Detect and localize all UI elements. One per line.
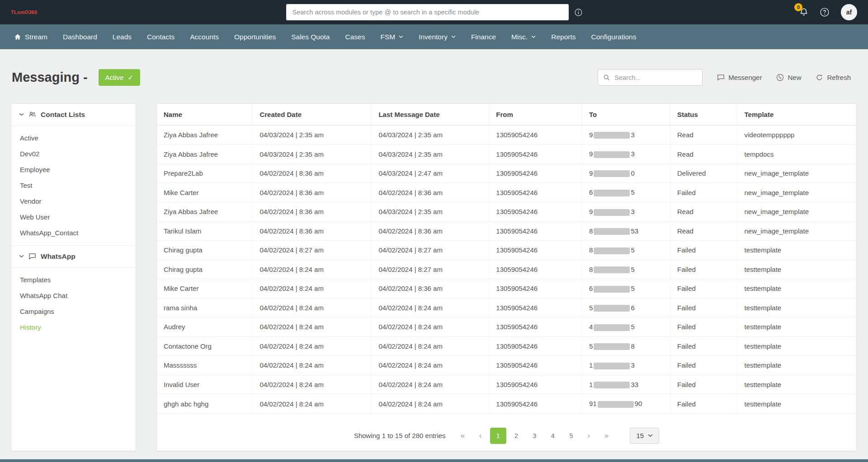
sidebar-section-title: WhatsApp (41, 252, 75, 261)
nav-item-misc[interactable]: Misc. (504, 24, 543, 49)
nav-item-configurations[interactable]: Configurations (584, 24, 644, 49)
cell-last-message-date: 04/02/2024 | 8:36 am (372, 183, 489, 202)
table-row[interactable]: Audrey 04/02/2024 | 8:24 am 04/02/2024 |… (157, 317, 856, 337)
nav-item-opportunities[interactable]: Opportunities (226, 24, 283, 49)
app-page: TLsmO365 0 af Stream Dashboard (0, 0, 868, 462)
sidebar-item-web-user[interactable]: Web User (11, 209, 136, 225)
table-row[interactable]: Chirag gupta 04/02/2024 | 8:27 am 04/02/… (157, 241, 856, 260)
page-button-5[interactable]: 5 (563, 428, 579, 444)
help-icon[interactable] (820, 8, 829, 17)
nav-item-label: Reports (551, 33, 576, 41)
global-search-input[interactable] (286, 4, 569, 20)
table-row[interactable]: Mike Carter 04/02/2024 | 8:36 am 04/02/2… (157, 183, 856, 202)
cell-to: 65 (582, 183, 670, 202)
prev-page-button[interactable]: ‹ (472, 428, 489, 444)
table-row[interactable]: Chirag gupta 04/02/2024 | 8:24 am 04/02/… (157, 260, 856, 279)
nav-item-stream[interactable]: Stream (6, 24, 55, 49)
nav-item-dashboard[interactable]: Dashboard (55, 24, 105, 49)
refresh-button[interactable]: Refresh (810, 69, 856, 86)
to-number-suffix: 5 (631, 246, 634, 254)
notifications-bell-icon[interactable]: 0 (799, 8, 808, 17)
sidebar-section-header[interactable]: WhatsApp (11, 245, 136, 268)
sidebar-item-employee[interactable]: Employee (11, 162, 136, 177)
cell-status: Read (670, 125, 737, 145)
page-size-select[interactable]: 15 (630, 428, 659, 444)
cell-to: 93 (582, 145, 670, 164)
table-row[interactable]: ghgh abc hghg 04/02/2024 | 8:24 am 04/02… (157, 394, 856, 414)
sidebar-item-dev02[interactable]: Dev02 (11, 146, 136, 162)
nav-item-inventory[interactable]: Inventory (411, 24, 463, 49)
chevron-down-icon (451, 35, 456, 38)
to-number-prefix: 9 (589, 169, 593, 177)
redacted-number-block (594, 324, 630, 331)
table-row[interactable]: Mike Carter 04/02/2024 | 8:24 am 04/02/2… (157, 279, 856, 299)
redacted-number-block (594, 190, 630, 196)
column-header-from: From (489, 104, 582, 126)
table-row[interactable]: Masssssss 04/02/2024 | 8:24 am 04/02/202… (157, 356, 856, 375)
nav-item-contacts[interactable]: Contacts (139, 24, 182, 49)
nav-item-label: Cases (345, 33, 365, 41)
nav-item-reports[interactable]: Reports (543, 24, 583, 49)
page-button-3[interactable]: 3 (526, 428, 542, 444)
table-row[interactable]: rama sinha 04/02/2024 | 8:24 am 04/02/20… (157, 298, 856, 317)
sidebar-item-templates[interactable]: Templates (11, 272, 136, 288)
table-footer: Showing 1 to 15 of 280 entries « ‹ 1 2 3… (157, 422, 856, 451)
new-button[interactable]: New (771, 69, 807, 86)
table-row[interactable]: Prepare2Lab 04/02/2024 | 8:36 am 04/03/2… (157, 163, 856, 183)
cell-template: testtemplate (737, 279, 856, 299)
table-row[interactable]: Tarikul Islam 04/02/2024 | 8:36 am 04/02… (157, 221, 856, 241)
header-actions: Messenger New Refresh (598, 69, 856, 86)
table-row[interactable]: Ziya Abbas Jafree 04/02/2024 | 8:36 am 0… (157, 202, 856, 221)
sidebar-list-item: Web User (11, 209, 136, 225)
cell-last-message-date: 04/03/2024 | 2:35 am (372, 145, 489, 164)
cell-last-message-date: 04/02/2024 | 8:24 am (372, 298, 489, 317)
sidebar-item-whatsapp-chat[interactable]: WhatsApp Chat (11, 288, 136, 303)
chat-bubble-icon (28, 252, 36, 260)
sidebar-item-history[interactable]: History (11, 319, 136, 335)
to-number-suffix: 90 (635, 400, 642, 407)
table-row[interactable]: Invalid User 04/02/2024 | 8:24 am 04/02/… (157, 375, 856, 394)
cell-from: 13059054246 (489, 202, 582, 221)
messenger-button[interactable]: Messenger (712, 69, 767, 86)
sidebar-item-test[interactable]: Test (11, 177, 136, 193)
cell-created-date: 04/02/2024 | 8:36 am (253, 221, 372, 241)
sidebar-item-vendor[interactable]: Vendor (11, 193, 136, 209)
cell-last-message-date: 04/03/2024 | 2:47 am (372, 163, 489, 183)
sidebar-item-campaigns[interactable]: Campaigns (11, 303, 136, 319)
user-avatar[interactable]: af (841, 4, 857, 20)
nav-item-finance[interactable]: Finance (463, 24, 504, 49)
cell-template: testtemplate (737, 375, 856, 394)
table-row[interactable]: Ziya Abbas Jafree 04/03/2024 | 2:35 am 0… (157, 145, 856, 164)
sidebar-item-whatsapp-contact[interactable]: WhatsApp_Contact (11, 225, 136, 241)
list-search-input[interactable] (598, 69, 703, 86)
cell-from: 13059054246 (489, 356, 582, 375)
info-icon[interactable] (575, 9, 582, 16)
page-button-2[interactable]: 2 (508, 428, 524, 444)
sidebar-item-active[interactable]: Active (11, 130, 136, 146)
cell-from: 13059054246 (489, 163, 582, 183)
table-row[interactable]: Contactone Org 04/02/2024 | 8:24 am 04/0… (157, 336, 856, 356)
last-page-button[interactable]: » (598, 428, 614, 444)
notification-count-badge: 0 (794, 3, 802, 11)
sidebar-section-header[interactable]: Contact Lists (11, 104, 136, 126)
first-page-button[interactable]: « (455, 428, 471, 444)
active-status-button[interactable]: Active ✓ (99, 69, 140, 86)
nav-item-accounts[interactable]: Accounts (182, 24, 226, 49)
page-button-1[interactable]: 1 (490, 428, 506, 444)
nav-item-cases[interactable]: Cases (337, 24, 373, 49)
nav-item-fsm[interactable]: FSM (373, 24, 411, 49)
table-row[interactable]: Ziya Abbas Jafree 04/03/2024 | 2:35 am 0… (157, 125, 856, 145)
cell-created-date: 04/02/2024 | 8:36 am (253, 183, 372, 202)
nav-item-sales-quota[interactable]: Sales Quota (283, 24, 337, 49)
sidebar-list-item: Dev02 (11, 146, 136, 162)
nav-item-label: Sales Quota (291, 33, 330, 41)
cell-template: new_image_template (737, 221, 856, 241)
cell-to: 85 (582, 260, 670, 279)
cell-created-date: 04/02/2024 | 8:27 am (253, 241, 372, 260)
nav-item-label: Finance (471, 33, 496, 41)
nav-item-label: Contacts (147, 33, 175, 41)
nav-item-leads[interactable]: Leads (105, 24, 139, 49)
next-page-button[interactable]: › (580, 428, 597, 444)
page-button-4[interactable]: 4 (545, 428, 561, 444)
table-header-row: Name Created Date Last Message Date From… (157, 104, 856, 126)
